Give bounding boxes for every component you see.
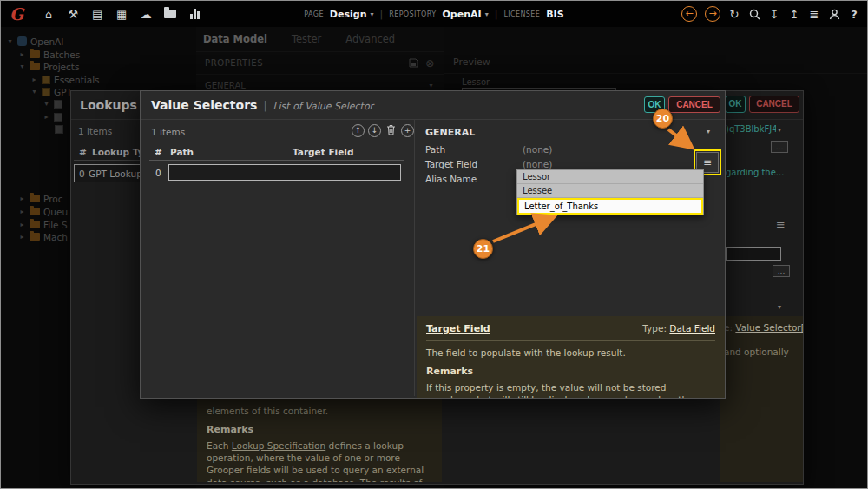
divider: | bbox=[495, 9, 498, 20]
alias-name-property-label: Alias Name bbox=[425, 174, 477, 184]
column-header-path: Path bbox=[170, 147, 194, 157]
repository-value: OpenAI bbox=[443, 9, 482, 20]
help-icon[interactable]: ? bbox=[848, 9, 860, 20]
value-selectors-dialog: Value Selectors | List of Value Selector… bbox=[140, 90, 726, 399]
annotation-step-badge-20: 20 bbox=[653, 109, 673, 129]
data-field-type-link[interactable]: Data Field bbox=[669, 323, 715, 334]
topbar-left-icons: G ⌂ ⚒ ▤ ▦ ☁ bbox=[10, 4, 201, 23]
topbar-right-icons: ← → ↻ ↧ ↥ ≣ ? bbox=[681, 1, 860, 27]
value-selectors-dialog-title: Value Selectors | List of Value Selector bbox=[151, 98, 373, 112]
refresh-icon[interactable]: ↻ bbox=[728, 9, 740, 20]
app-window: G ⌂ ⚒ ▤ ▦ ☁ PAGE Design▾ | REPOSITORY Op… bbox=[0, 0, 868, 489]
delete-button[interactable] bbox=[385, 124, 398, 137]
upload-icon[interactable]: ↥ bbox=[788, 9, 800, 20]
path-property-value[interactable]: (none) bbox=[523, 144, 552, 155]
home-icon[interactable]: ⌂ bbox=[43, 9, 55, 20]
save-icon[interactable]: ▤ bbox=[91, 9, 103, 20]
chevron-down-icon[interactable]: ▾ bbox=[707, 128, 710, 135]
dropdown-option-lessee[interactable]: Lessee bbox=[517, 184, 703, 198]
general-section-header[interactable]: GENERAL bbox=[425, 127, 475, 138]
target-field-property-value[interactable]: (none) bbox=[523, 159, 552, 169]
path-property-label: Path bbox=[425, 144, 445, 155]
annotation-step-badge-21: 21 bbox=[473, 239, 493, 259]
forward-button[interactable]: → bbox=[705, 6, 720, 22]
download-icon[interactable]: ↧ bbox=[768, 9, 780, 20]
tools-icon[interactable]: ⚒ bbox=[67, 9, 79, 20]
page-label: PAGE bbox=[304, 10, 324, 18]
file-store-icon[interactable] bbox=[164, 10, 176, 18]
list-toolbar: ↑ ↓ + bbox=[352, 124, 414, 137]
licensee-value: BIS bbox=[546, 9, 563, 20]
divider: | bbox=[380, 9, 384, 20]
target-field-dropdown-list: Lessor Lessee Letter_of_Thanks bbox=[516, 169, 704, 215]
add-button[interactable]: + bbox=[401, 124, 414, 137]
items-count: 1 items bbox=[151, 127, 185, 137]
row-number: 0 bbox=[155, 168, 161, 178]
remarks-title: Remarks bbox=[426, 366, 715, 379]
chevron-down-icon: ▾ bbox=[485, 10, 489, 18]
move-up-button[interactable]: ↑ bbox=[352, 124, 365, 137]
layers-icon[interactable]: ≣ bbox=[808, 9, 820, 20]
repository-label: REPOSITORY bbox=[389, 10, 436, 18]
search-icon[interactable] bbox=[748, 9, 760, 20]
help-type: Type: Data Field bbox=[642, 322, 715, 334]
divider bbox=[141, 119, 725, 120]
page-value: Design bbox=[330, 9, 367, 20]
user-icon[interactable] bbox=[828, 9, 840, 20]
column-header-target-field: Target Field bbox=[293, 147, 353, 157]
folder-icon bbox=[164, 10, 176, 18]
bar-chart-icon[interactable] bbox=[188, 9, 201, 19]
divider bbox=[149, 160, 404, 161]
help-body: The field to populate with the lookup re… bbox=[426, 347, 715, 359]
column-header-num: # bbox=[155, 147, 162, 157]
page-selector[interactable]: Design▾ bbox=[330, 9, 374, 20]
move-down-button[interactable]: ↓ bbox=[368, 124, 381, 137]
type-label: Type: bbox=[642, 323, 667, 334]
cloud-upload-icon[interactable]: ☁ bbox=[140, 9, 152, 20]
dropdown-option-letter-of-thanks[interactable]: Letter_of_Thanks bbox=[517, 198, 703, 215]
dialog-subtitle: List of Value Selector bbox=[273, 101, 373, 112]
divider bbox=[426, 340, 715, 341]
cancel-button[interactable]: CANCEL bbox=[668, 96, 720, 113]
chevron-down-icon: ▾ bbox=[370, 10, 373, 18]
repository-selector[interactable]: OpenAI▾ bbox=[443, 9, 489, 20]
topbar-context: PAGE Design▾ | REPOSITORY OpenAI▾ | LICE… bbox=[304, 1, 563, 27]
licensee-label: LICENSEE bbox=[503, 10, 540, 18]
help-title: Target Field bbox=[426, 323, 490, 336]
topbar: G ⌂ ⚒ ▤ ▦ ☁ PAGE Design▾ | REPOSITORY Op… bbox=[1, 1, 867, 27]
grooper-logo[interactable]: G bbox=[10, 4, 23, 23]
dropdown-option-lessor[interactable]: Lessor bbox=[517, 170, 703, 184]
target-field-help-panel: Target Field Type: Data Field The field … bbox=[417, 316, 725, 399]
back-button[interactable]: ← bbox=[681, 6, 697, 22]
dialog-title: Value Selectors bbox=[151, 98, 257, 112]
path-input[interactable] bbox=[168, 164, 401, 181]
remarks-body: If this property is empty, the value wil… bbox=[426, 381, 715, 399]
packages-icon[interactable]: ▦ bbox=[115, 9, 128, 20]
divider bbox=[414, 120, 415, 396]
divider: | bbox=[263, 100, 266, 112]
target-field-property-label: Target Field bbox=[425, 159, 477, 169]
